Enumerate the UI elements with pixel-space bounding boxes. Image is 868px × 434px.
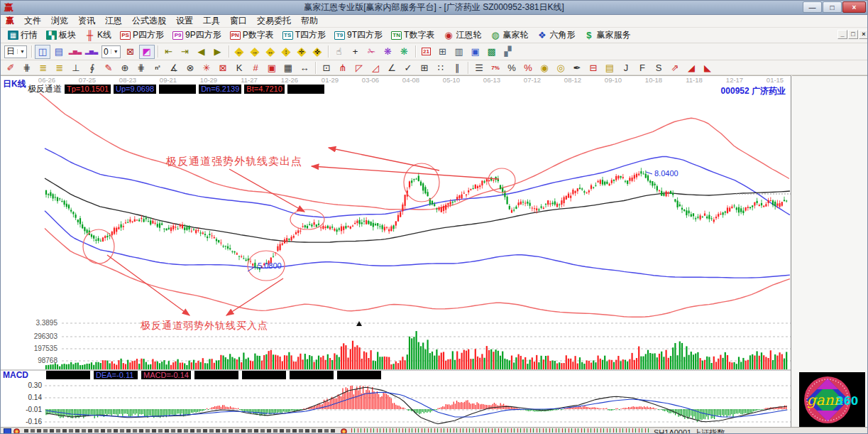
- gold-box-tool[interactable]: ▤: [602, 61, 617, 74]
- notes-icon[interactable]: ▥: [451, 45, 467, 59]
- close-button[interactable]: ×: [842, 1, 866, 13]
- grid-dots-tool[interactable]: ∷: [433, 61, 449, 74]
- star-fan-tool[interactable]: ✳: [199, 61, 214, 74]
- f-angle-tool[interactable]: F: [634, 61, 650, 74]
- tool-gann-wheel[interactable]: ◉江恩轮: [439, 28, 485, 43]
- parallel-lines-tool[interactable]: ∥: [449, 61, 465, 74]
- clip-tool-icon[interactable]: ✁: [364, 45, 380, 59]
- grid-large-tool[interactable]: ⊞: [417, 61, 432, 74]
- tool-kline[interactable]: ╫K线: [80, 28, 116, 43]
- knot-purple-icon[interactable]: ❋: [380, 45, 396, 59]
- cross-grid-tool[interactable]: ⊠: [215, 61, 231, 74]
- ying-grid-tool[interactable]: ▣: [264, 61, 280, 74]
- diag-b-tool[interactable]: ◣: [700, 61, 715, 74]
- width-arrows-tool[interactable]: ↔: [297, 61, 312, 74]
- menu-item-0[interactable]: 文件: [19, 14, 46, 28]
- chart-window-icon[interactable]: ◫: [35, 45, 50, 59]
- shen-grid-tool[interactable]: #: [248, 61, 263, 74]
- zoom-vertical-icon[interactable]: ◆↕: [279, 45, 294, 59]
- fan-lines-tool[interactable]: ⋔: [335, 61, 351, 74]
- box-tool[interactable]: ⊡: [319, 61, 334, 74]
- prev-bar-icon[interactable]: ◀: [194, 45, 209, 59]
- gold-circle-b-tool[interactable]: ◎: [553, 61, 568, 74]
- time-circle-tool[interactable]: ⊕: [117, 61, 133, 74]
- tool-sectors[interactable]: ▚板块: [42, 28, 80, 43]
- tool-hexagon[interactable]: ❖六角形: [532, 28, 579, 43]
- coil-tool[interactable]: ∮: [84, 61, 100, 74]
- t-line-tool[interactable]: ⊥: [68, 61, 84, 74]
- overlay-selector[interactable]: 0▼: [101, 45, 121, 58]
- menu-item-5[interactable]: 设置: [171, 14, 198, 28]
- mdi-restore-button[interactable]: □: [848, 30, 858, 39]
- tool-9t-square[interactable]: T99T四方形: [330, 28, 387, 43]
- export-icon[interactable]: ▩: [484, 45, 500, 59]
- info-pane-icon[interactable]: ▤: [51, 45, 67, 59]
- n-square-tool[interactable]: n²: [150, 61, 165, 74]
- status-index-label[interactable]: SH1A0001 上证指数: [654, 428, 725, 434]
- pen-tool[interactable]: ✐: [3, 61, 18, 74]
- color-chart-icon[interactable]: ◩: [139, 45, 155, 59]
- menu-item-7[interactable]: 窗口: [225, 14, 252, 28]
- calendar-icon[interactable]: 21: [419, 45, 434, 59]
- status-alert-icon[interactable]: [13, 428, 20, 434]
- period-selector[interactable]: 日▼: [4, 45, 27, 58]
- red-grid-icon[interactable]: ⊠: [123, 45, 138, 59]
- chart-panel[interactable]: 3.3895296303197535987680.300.14-0.01-0.1…: [1, 75, 791, 427]
- save-icon[interactable]: ▣: [468, 45, 483, 59]
- pan-left-icon[interactable]: ◆←: [232, 45, 247, 59]
- menu-item-3[interactable]: 江恩: [100, 14, 127, 28]
- angles-tool[interactable]: ∡: [166, 61, 182, 74]
- tool-t-number-table[interactable]: TNT数字表: [387, 28, 439, 43]
- zoom-all-icon[interactable]: ◆✜: [310, 45, 325, 59]
- percent-tool[interactable]: %: [504, 61, 520, 74]
- target-tool[interactable]: ⊗: [182, 61, 198, 74]
- indicator-bars-pink-icon[interactable]: ▂▅▃: [67, 45, 83, 59]
- gann-gold-b-tool[interactable]: ≣: [52, 61, 67, 74]
- next-bar-icon[interactable]: ▶: [210, 45, 226, 59]
- menu-item-4[interactable]: 公式选股: [127, 14, 171, 28]
- plan-grid-tool[interactable]: ⊟: [586, 61, 601, 74]
- tool-quotes[interactable]: ▦行情: [4, 28, 42, 43]
- grid-fan-tool[interactable]: ◿: [368, 61, 383, 74]
- menu-item-6[interactable]: 工具: [198, 14, 225, 28]
- trend-angle-tool[interactable]: ∠: [384, 61, 400, 74]
- rise-angle-tool[interactable]: ⇗: [667, 61, 683, 74]
- ink-pen-tool[interactable]: ✒: [569, 61, 585, 74]
- tool-p-number-table[interactable]: PNP数字表: [226, 28, 278, 43]
- zoom-in-icon[interactable]: ◆✛: [295, 45, 309, 59]
- gold-circle-a-tool[interactable]: ◉: [537, 61, 552, 74]
- status-alert-icon-2[interactable]: [341, 428, 347, 434]
- gann360-logo[interactable]: gann 360: [799, 372, 865, 428]
- crosshair-tool-icon[interactable]: +: [348, 45, 363, 59]
- s-angle-tool[interactable]: S: [651, 61, 666, 74]
- menu-item-9[interactable]: 帮助: [296, 14, 323, 28]
- check-lines-tool[interactable]: ✓: [400, 61, 416, 74]
- indicator-bars-purple-icon[interactable]: ▂▅▃: [84, 45, 99, 59]
- ruler-tool[interactable]: ⋕: [133, 61, 149, 74]
- calculator-icon[interactable]: ⊞: [435, 45, 451, 59]
- minimize-button[interactable]: —: [803, 1, 822, 13]
- j-angle-tool[interactable]: J: [618, 61, 634, 74]
- tool-winner-service[interactable]: $赢家服务: [579, 28, 634, 43]
- tick-ruler-tool[interactable]: ⋕: [19, 61, 35, 74]
- macd-pane-label[interactable]: MACD: [3, 370, 43, 380]
- vehicle-icon[interactable]: ▞: [500, 45, 516, 59]
- menu-item-8[interactable]: 交易委托: [252, 14, 296, 28]
- tool-winner-wheel[interactable]: ◍赢家轮: [485, 28, 532, 43]
- knot-green-icon[interactable]: ❋: [397, 45, 412, 59]
- status-blue-icon[interactable]: [4, 428, 11, 434]
- tool-p-square[interactable]: PSP四方形: [116, 28, 168, 43]
- last-page-icon[interactable]: ⇥: [177, 45, 193, 59]
- marker-pen-tool[interactable]: ✎: [101, 61, 116, 74]
- gann-gold-a-tool[interactable]: ≣: [35, 61, 51, 74]
- tool-t-square[interactable]: TST四方形: [278, 28, 330, 43]
- mdi-close-button[interactable]: ×: [859, 30, 868, 39]
- hexagram-tool[interactable]: ☰: [471, 61, 487, 74]
- maximize-button[interactable]: □: [823, 1, 842, 13]
- tool-9p-square[interactable]: P99P四方形: [168, 28, 226, 43]
- diag-a-tool[interactable]: ◢: [683, 61, 699, 74]
- first-page-icon[interactable]: ⇤: [161, 45, 177, 59]
- indicator-name-label[interactable]: 极反通道: [28, 83, 62, 95]
- fence-grid-tool[interactable]: ▦: [280, 61, 296, 74]
- k-note-tool[interactable]: K: [231, 61, 247, 74]
